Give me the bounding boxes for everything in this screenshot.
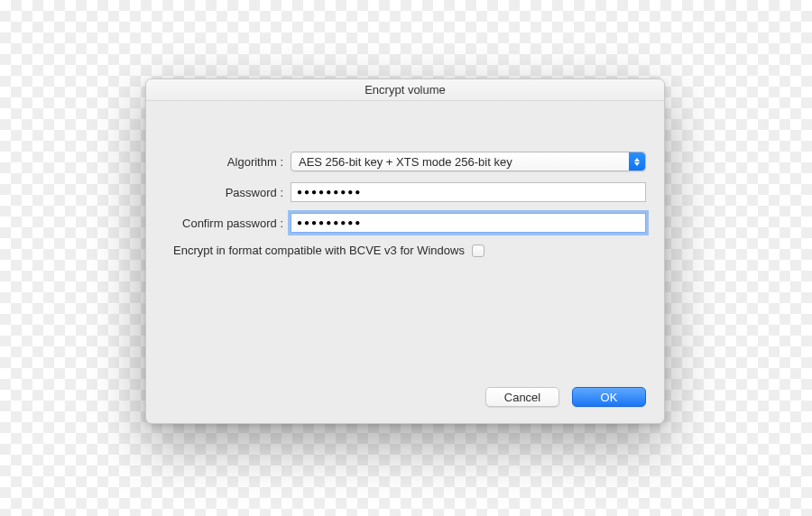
compat-checkbox[interactable] — [472, 244, 484, 257]
updown-icon — [629, 152, 645, 170]
confirm-password-input[interactable]: ●●●●●●●●● — [291, 213, 646, 233]
compat-row: Encrypt in format compatible with BCVE v… — [164, 244, 646, 257]
dialog-footer: Cancel OK — [485, 387, 646, 407]
confirm-password-control: ●●●●●●●●● — [291, 213, 646, 233]
cancel-button-label: Cancel — [504, 391, 540, 404]
password-row: Password : ●●●●●●●●● — [164, 182, 646, 202]
confirm-password-row: Confirm password : ●●●●●●●●● — [164, 213, 646, 233]
dialog-content: Algorithm : AES 256-bit key + XTS mode 2… — [146, 101, 664, 423]
algorithm-row: Algorithm : AES 256-bit key + XTS mode 2… — [164, 152, 646, 171]
encrypt-volume-dialog: Encrypt volume Algorithm : AES 256-bit k… — [145, 78, 665, 424]
algorithm-control: AES 256-bit key + XTS mode 256-bit key — [291, 152, 646, 171]
password-label: Password : — [164, 186, 291, 199]
cancel-button[interactable]: Cancel — [485, 387, 559, 407]
password-value: ●●●●●●●●● — [297, 187, 362, 197]
algorithm-label: Algorithm : — [164, 155, 291, 169]
ok-button-label: OK — [601, 391, 618, 404]
dialog-title: Encrypt volume — [364, 83, 446, 97]
confirm-password-label: Confirm password : — [164, 217, 291, 230]
algorithm-select[interactable]: AES 256-bit key + XTS mode 256-bit key — [291, 152, 646, 171]
password-control: ●●●●●●●●● — [291, 182, 646, 202]
algorithm-selected-value: AES 256-bit key + XTS mode 256-bit key — [299, 155, 512, 169]
dialog-titlebar: Encrypt volume — [146, 79, 664, 101]
password-input[interactable]: ●●●●●●●●● — [291, 182, 646, 202]
compat-label: Encrypt in format compatible with BCVE v… — [173, 244, 465, 257]
ok-button[interactable]: OK — [572, 387, 646, 407]
confirm-password-value: ●●●●●●●●● — [297, 217, 362, 227]
